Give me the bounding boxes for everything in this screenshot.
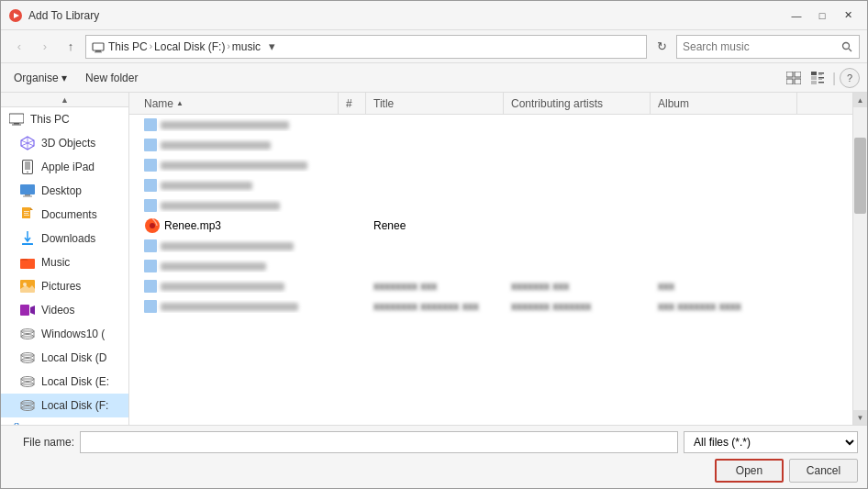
open-button[interactable]: Open bbox=[715, 459, 784, 483]
filename-input[interactable] bbox=[80, 431, 678, 453]
sidebar-item-windows10[interactable]: Windows10 ( bbox=[1, 322, 128, 346]
sidebar-item-appleipad[interactable]: Apple iPad bbox=[1, 155, 128, 179]
svg-rect-12 bbox=[818, 72, 824, 74]
view-layout-button[interactable] bbox=[783, 67, 805, 89]
view-details-button[interactable] bbox=[807, 67, 829, 89]
scroll-up-btn[interactable]: ▲ bbox=[853, 93, 867, 107]
svg-rect-42 bbox=[20, 305, 29, 316]
sidebar-item-3dobjects[interactable]: 3D Objects bbox=[1, 131, 128, 155]
maximize-button[interactable]: □ bbox=[810, 6, 834, 25]
close-button[interactable]: ✕ bbox=[836, 6, 860, 25]
svg-rect-8 bbox=[795, 72, 801, 77]
title-bar: Add To Library — □ ✕ bbox=[1, 1, 867, 30]
svg-rect-19 bbox=[9, 114, 24, 123]
sidebar-windows10-label: Windows10 ( bbox=[41, 328, 105, 340]
view-sep: | bbox=[832, 71, 836, 85]
refresh-button[interactable]: ↻ bbox=[651, 35, 673, 59]
help-button[interactable]: ? bbox=[840, 68, 860, 88]
sidebar-item-thispc[interactable]: This PC bbox=[1, 107, 128, 131]
svg-rect-9 bbox=[786, 79, 793, 84]
up-button[interactable]: ↑ bbox=[60, 36, 82, 58]
sort-arrow: ▲ bbox=[176, 99, 184, 107]
svg-rect-2 bbox=[93, 43, 104, 50]
file-list: Renee.mp3 Renee bbox=[129, 115, 852, 425]
file-list-header: Name ▲ # Title Contributing artists Albu… bbox=[129, 93, 852, 115]
svg-rect-31 bbox=[23, 196, 32, 197]
sidebar-item-desktop[interactable]: Desktop bbox=[1, 179, 128, 203]
organise-button[interactable]: Organise ▾ bbox=[8, 68, 72, 88]
svg-rect-7 bbox=[786, 72, 793, 77]
localdiske-icon bbox=[19, 373, 36, 390]
search-box bbox=[676, 35, 860, 59]
filetype-select[interactable]: All files (*.*) bbox=[684, 431, 858, 453]
sidebar-localdiskd-label: Local Disk (D bbox=[41, 351, 106, 364]
forward-button[interactable]: › bbox=[34, 36, 56, 58]
sidebar-music-label: Music bbox=[41, 256, 70, 269]
col-header-title[interactable]: Title bbox=[366, 93, 504, 114]
search-button[interactable] bbox=[835, 35, 859, 59]
sidebar-pictures-label: Pictures bbox=[41, 280, 81, 293]
svg-rect-17 bbox=[811, 81, 817, 84]
sidebar-scroll-up[interactable]: ▲ bbox=[1, 93, 128, 107]
search-input[interactable] bbox=[677, 40, 835, 53]
sidebar-downloads-label: Downloads bbox=[41, 232, 95, 245]
new-folder-button[interactable]: New folder bbox=[80, 68, 143, 88]
table-row[interactable] bbox=[129, 195, 852, 216]
col-header-num[interactable]: # bbox=[339, 93, 366, 114]
sidebar-videos-label: Videos bbox=[41, 304, 74, 317]
table-row[interactable] bbox=[129, 115, 852, 135]
sidebar-item-localdiskd[interactable]: Local Disk (D bbox=[1, 346, 128, 370]
col-title-label: Title bbox=[373, 97, 394, 110]
documents-icon bbox=[19, 206, 36, 223]
downloads-icon bbox=[19, 230, 36, 247]
address-bar[interactable]: This PC › Local Disk (F:) › music ▾ bbox=[85, 35, 647, 59]
table-row[interactable]: xxxxxxxx xxx xxxxxxx xxx xxx bbox=[129, 276, 852, 296]
breadcrumb-music: music bbox=[232, 40, 261, 53]
svg-rect-3 bbox=[95, 50, 101, 52]
svg-rect-15 bbox=[818, 77, 824, 79]
sidebar-item-pictures[interactable]: Pictures bbox=[1, 274, 128, 298]
sidebar-item-videos[interactable]: Videos bbox=[1, 298, 128, 322]
sidebar-desktop-label: Desktop bbox=[41, 184, 82, 197]
scroll-down-btn[interactable]: ▼ bbox=[853, 410, 867, 425]
table-row[interactable] bbox=[129, 155, 852, 175]
sidebar-ipad-label: Apple iPad bbox=[41, 161, 95, 173]
col-header-album[interactable]: Album bbox=[651, 93, 797, 114]
table-row[interactable] bbox=[129, 135, 852, 155]
table-row[interactable] bbox=[129, 236, 852, 256]
breadcrumb-localdisk: Local Disk (F:) bbox=[154, 40, 225, 53]
filename-label: File name: bbox=[10, 436, 74, 449]
back-button[interactable]: ‹ bbox=[8, 36, 30, 58]
pc-icon bbox=[8, 111, 25, 128]
svg-line-6 bbox=[849, 49, 851, 51]
dialog-icon bbox=[8, 8, 23, 23]
sidebar-item-music[interactable]: Music bbox=[1, 250, 128, 274]
svg-rect-11 bbox=[811, 72, 817, 75]
col-header-name[interactable]: Name ▲ bbox=[137, 93, 339, 114]
svg-point-62 bbox=[150, 223, 155, 228]
table-row[interactable] bbox=[129, 175, 852, 195]
action-bar: Organise ▾ New folder bbox=[1, 63, 867, 93]
sidebar-item-localdiske[interactable]: Local Disk (E: bbox=[1, 370, 128, 394]
renee-mp3-title: Renee bbox=[366, 219, 504, 232]
breadcrumb-localdisk-label: Local Disk (F:) bbox=[154, 40, 225, 53]
col-name-label: Name bbox=[144, 97, 173, 110]
navigation-toolbar: ‹ › ↑ This PC › Local Disk (F:) › music … bbox=[1, 30, 867, 63]
pictures-icon bbox=[19, 278, 36, 295]
file-scrollbar[interactable]: ▲ ▼ bbox=[852, 93, 867, 425]
address-dropdown-button[interactable]: ▾ bbox=[262, 38, 281, 56]
sidebar-item-network[interactable]: Network bbox=[1, 417, 128, 425]
table-row[interactable]: Renee.mp3 Renee bbox=[129, 216, 852, 236]
breadcrumb-thispc: This PC bbox=[92, 40, 148, 53]
svg-rect-14 bbox=[811, 76, 817, 80]
sidebar-item-thispc-label: This PC bbox=[30, 113, 70, 126]
table-row[interactable]: xxxxxxxx xxxxxxx xxx xxxxxxx xxxxxxx xxx… bbox=[129, 296, 852, 317]
sidebar-item-downloads[interactable]: Downloads bbox=[1, 227, 128, 250]
scroll-thumb[interactable] bbox=[854, 138, 866, 214]
cancel-button[interactable]: Cancel bbox=[789, 459, 858, 483]
table-row[interactable] bbox=[129, 256, 852, 276]
minimize-button[interactable]: — bbox=[785, 6, 808, 25]
sidebar-item-localdiskf[interactable]: Local Disk (F: bbox=[1, 394, 128, 417]
col-header-artists[interactable]: Contributing artists bbox=[504, 93, 651, 114]
sidebar-item-documents[interactable]: Documents bbox=[1, 203, 128, 227]
